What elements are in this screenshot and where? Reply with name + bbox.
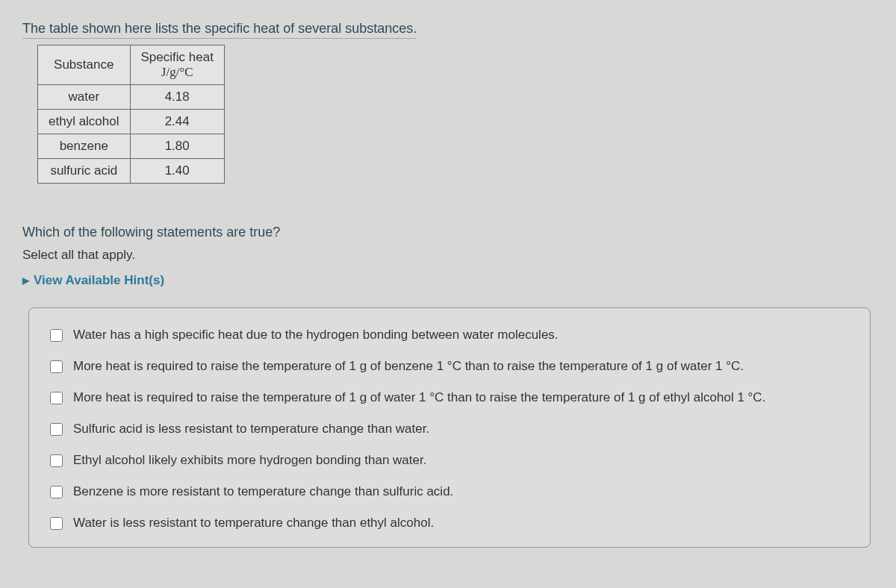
table-header-substance: Substance [38,46,131,85]
option-checkbox-4[interactable] [50,423,63,436]
answer-options-box: Water has a high specific heat due to th… [28,307,871,548]
table-row: ethyl alcohol 2.44 [38,110,225,134]
cell-value: 1.40 [130,159,224,184]
answer-option: Benzene is more resistant to temperature… [50,484,849,499]
cell-value: 2.44 [130,110,224,134]
intro-text: The table shown here lists the specific … [22,21,417,39]
hints-label: View Available Hint(s) [34,273,164,288]
option-label: Water is less resistant to temperature c… [73,516,434,531]
option-checkbox-2[interactable] [50,360,63,373]
option-label: More heat is required to raise the tempe… [73,390,765,405]
cell-value: 1.80 [130,134,224,159]
cell-substance: benzene [38,134,131,159]
question-page: The table shown here lists the specific … [0,0,896,563]
option-checkbox-6[interactable] [50,486,63,498]
answer-option: More heat is required to raise the tempe… [50,390,849,405]
table-header-specific-heat: Specific heat J/g/°C [130,46,224,85]
question-text: Which of the following statements are tr… [22,225,874,240]
cell-value: 4.18 [130,85,224,110]
answer-option: Sulfuric acid is less resistant to tempe… [50,422,849,437]
option-label: Water has a high specific heat due to th… [73,328,559,343]
option-checkbox-7[interactable] [50,517,63,530]
header-line2: J/g/°C [141,65,214,80]
table-row: sulfuric acid 1.40 [38,159,225,184]
option-checkbox-3[interactable] [50,392,63,404]
triangle-right-icon: ▶ [22,275,29,286]
option-checkbox-5[interactable] [50,454,63,467]
cell-substance: sulfuric acid [38,159,131,184]
select-all-text: Select all that apply. [22,248,874,263]
option-label: More heat is required to raise the tempe… [73,359,744,374]
cell-substance: water [38,85,131,110]
header-line1: Specific heat [141,50,214,65]
option-label: Sulfuric acid is less resistant to tempe… [73,422,429,437]
option-checkbox-1[interactable] [50,329,63,342]
table-row: water 4.18 [38,85,225,110]
answer-option: Water is less resistant to temperature c… [50,516,849,531]
view-hints-button[interactable]: ▶ View Available Hint(s) [22,273,164,288]
answer-option: More heat is required to raise the tempe… [50,359,849,374]
answer-option: Ethyl alcohol likely exhibits more hydro… [50,453,849,468]
specific-heat-table: Substance Specific heat J/g/°C water 4.1… [37,45,225,184]
option-label: Ethyl alcohol likely exhibits more hydro… [73,453,426,468]
cell-substance: ethyl alcohol [38,110,131,134]
table-row: benzene 1.80 [38,134,225,159]
answer-option: Water has a high specific heat due to th… [50,328,849,343]
option-label: Benzene is more resistant to temperature… [73,484,453,499]
